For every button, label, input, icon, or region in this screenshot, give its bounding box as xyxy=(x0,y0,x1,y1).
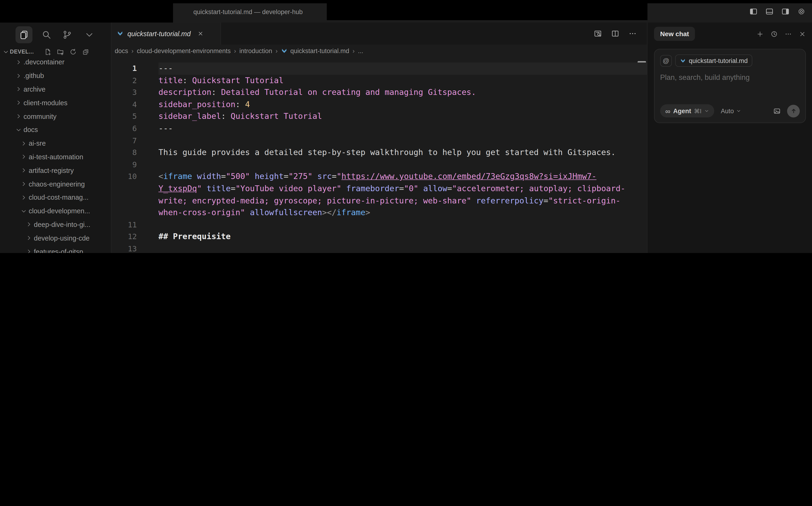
tree-item-ai-sre[interactable]: ai-sre xyxy=(0,137,112,150)
code-line-wrap[interactable]: Y_txspDq" title="YouTube video player" f… xyxy=(112,183,647,195)
code-line-12[interactable]: 12## Prerequisite xyxy=(112,231,647,243)
breadcrumb-item[interactable]: ... xyxy=(358,48,363,55)
activity-files-icon[interactable] xyxy=(15,26,32,43)
breadcrumb-item[interactable]: docs xyxy=(115,48,128,55)
chat-history-icon[interactable] xyxy=(770,30,778,37)
code-line-wrap[interactable]: write; encrypted-media; gyroscope; pictu… xyxy=(112,195,647,207)
collapse-all-icon[interactable] xyxy=(82,48,89,55)
code-line-3[interactable]: 3description: Detailed Tutorial on creat… xyxy=(112,86,647,98)
chat-kebab-icon[interactable] xyxy=(785,30,792,37)
activity-chevron-down-icon[interactable] xyxy=(81,26,98,43)
code-line-6[interactable]: 6--- xyxy=(112,122,647,135)
context-file-chip[interactable]: quickstart-tutorial.md xyxy=(675,55,752,67)
tree-item-.github[interactable]: .github xyxy=(0,69,112,83)
markdown-file-icon xyxy=(680,58,686,64)
chat-plus-icon[interactable] xyxy=(756,30,763,37)
activity-search-icon[interactable] xyxy=(38,26,55,43)
agent-mode-dropdown[interactable]: ∞ Agent ⌘I xyxy=(660,104,714,117)
editor-group: quickstart-tutorial.md docs›cloud-develo… xyxy=(112,22,647,253)
tree-item-label: .github xyxy=(23,72,44,79)
tree-item-label: develop-using-cde xyxy=(34,235,89,242)
kebab-icon[interactable] xyxy=(629,29,637,37)
code-line-4[interactable]: 4sidebar_position: 4 xyxy=(112,99,647,111)
new-folder-icon[interactable] xyxy=(57,48,64,55)
line-number xyxy=(112,195,158,207)
model-dropdown[interactable]: Auto xyxy=(721,107,741,114)
chevron-down-icon xyxy=(3,49,9,55)
editor-actions xyxy=(594,22,637,45)
code-line-1[interactable]: 1--- xyxy=(112,63,647,75)
chevron-right-icon xyxy=(26,222,32,228)
chat-close-icon[interactable] xyxy=(799,30,806,37)
code-line-5[interactable]: 5sidebar_label: Quickstart Tutorial xyxy=(112,111,647,122)
tab-label: quickstart-tutorial.md xyxy=(128,30,191,37)
panel-right-icon[interactable] xyxy=(782,7,790,15)
agent-shortcut: ⌘I xyxy=(694,107,702,114)
code-line-7[interactable]: 7 xyxy=(112,135,647,147)
tree-item-docs[interactable]: docs xyxy=(0,123,112,137)
code-text: Y_txspDq" title="YouTube video player" f… xyxy=(158,183,647,195)
line-number xyxy=(112,207,158,219)
tree-item-community[interactable]: community xyxy=(0,109,112,123)
code-line-8[interactable]: 8This guide provides a detailed step-by-… xyxy=(112,147,647,159)
code-line-13[interactable]: 13 xyxy=(112,243,647,253)
chat-input-box[interactable]: @ quickstart-tutorial.md Plan, search, b… xyxy=(654,49,806,123)
tree-item-artifact-registry[interactable]: artifact-registry xyxy=(0,164,112,177)
code-line-9[interactable]: 9 xyxy=(112,159,647,171)
code-line-11[interactable]: 11 xyxy=(112,219,647,231)
chevron-down-icon xyxy=(704,108,709,113)
tab-close-icon[interactable] xyxy=(197,30,203,37)
add-context-button[interactable]: @ xyxy=(660,55,672,67)
panel-bottom-icon[interactable] xyxy=(765,7,773,15)
line-number: 10 xyxy=(112,171,158,183)
app-window: quickstart-tutorial.md — developer-hub D… xyxy=(0,0,812,253)
preview-icon[interactable] xyxy=(594,29,602,37)
panel-left-icon[interactable] xyxy=(749,7,757,15)
chat-tab-new-chat[interactable]: New chat xyxy=(654,27,695,41)
sidebar: DEVEL... .devcontainer.githubarchiveclie… xyxy=(0,22,112,253)
tree-item-label: archive xyxy=(23,86,46,93)
breadcrumb[interactable]: docs›cloud-development-environments›intr… xyxy=(112,45,647,57)
code-text xyxy=(158,159,647,171)
tree-item-label: artifact-registry xyxy=(29,167,74,174)
tree-item-label: deep-dive-into-gi... xyxy=(34,221,90,228)
code-line-2[interactable]: 2title: Quickstart Tutorial xyxy=(112,75,647,86)
tree-item-archive[interactable]: archive xyxy=(0,82,112,96)
tree-item-client-modules[interactable]: client-modules xyxy=(0,96,112,110)
chat-input-toolbar: ∞ Agent ⌘I Auto xyxy=(660,104,800,117)
chat-input-placeholder[interactable]: Plan, search, build anything xyxy=(660,73,800,82)
attach-image-button[interactable] xyxy=(773,107,781,115)
chat-header: New chat xyxy=(648,22,812,45)
new-file-icon[interactable] xyxy=(44,48,51,55)
window-title: quickstart-tutorial.md — developer-hub xyxy=(169,0,327,22)
tree-item-label: ai-sre xyxy=(29,140,46,147)
line-number: 7 xyxy=(112,135,158,147)
context-file-name: quickstart-tutorial.md xyxy=(689,57,748,64)
breadcrumb-item[interactable]: cloud-development-environments xyxy=(137,48,231,55)
line-number: 9 xyxy=(112,159,158,171)
tree-item-chaos-engineering[interactable]: chaos-engineering xyxy=(0,177,112,191)
chevron-right-icon xyxy=(15,113,22,119)
tree-item-ai-test-automation[interactable]: ai-test-automation xyxy=(0,150,112,164)
tree-item-features-of-gitsp...[interactable]: features-of-gitsp... xyxy=(0,245,112,253)
code-text: This guide provides a detailed step-by-s… xyxy=(158,147,647,159)
breadcrumb-item[interactable]: introduction xyxy=(239,48,272,55)
code-line-wrap[interactable]: when-cross-origin" allowfullscreen></ifr… xyxy=(112,207,647,219)
tree-item-cloud-developmen...[interactable]: cloud-developmen... xyxy=(0,204,112,218)
breadcrumb-separator: › xyxy=(131,48,134,55)
tab-quickstart-tutorial[interactable]: quickstart-tutorial.md xyxy=(112,22,221,45)
activity-source-control-icon[interactable] xyxy=(59,26,76,43)
gear-icon[interactable] xyxy=(797,7,805,15)
tree-item-cloud-cost-manag...[interactable]: cloud-cost-manag... xyxy=(0,191,112,204)
send-button[interactable] xyxy=(787,104,800,117)
tree-item-deep-dive-into-gi...[interactable]: deep-dive-into-gi... xyxy=(0,218,112,231)
title-bar: quickstart-tutorial.md — developer-hub xyxy=(0,0,812,22)
code-line-10[interactable]: 10<iframe width="500" height="275" src="… xyxy=(112,171,647,183)
code-area[interactable]: 1---2title: Quickstart Tutorial3descript… xyxy=(112,57,647,253)
tree-item-develop-using-cde[interactable]: develop-using-cde xyxy=(0,231,112,245)
refresh-icon[interactable] xyxy=(70,48,77,55)
line-number: 2 xyxy=(112,75,158,86)
tree-item-.devcontainer[interactable]: .devcontainer xyxy=(0,56,112,69)
breadcrumb-item[interactable]: quickstart-tutorial.md xyxy=(281,48,349,55)
split-icon[interactable] xyxy=(611,29,619,37)
